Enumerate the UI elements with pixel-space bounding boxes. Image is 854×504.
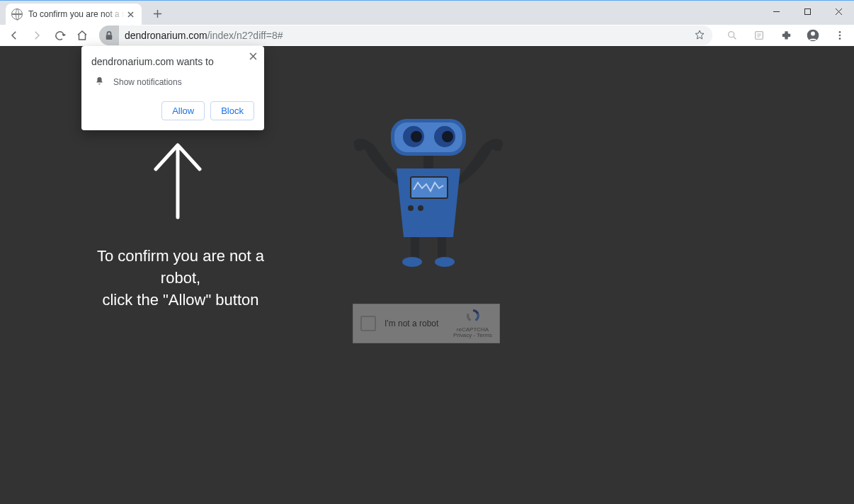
svg-point-6 [839, 31, 841, 33]
svg-point-8 [839, 38, 841, 40]
recaptcha-legal: Privacy - Terms [453, 333, 492, 339]
browser-toolbar: dendronarium.com/index/n2?diff=8# [0, 25, 854, 46]
home-button[interactable] [72, 25, 92, 45]
recaptcha-checkbox[interactable] [360, 316, 376, 331]
allow-button[interactable]: Allow [161, 101, 205, 120]
svg-rect-0 [804, 8, 810, 14]
svg-rect-20 [438, 237, 446, 258]
recaptcha-logo-icon [464, 308, 482, 323]
permission-row: Show notifications [94, 76, 254, 88]
robot-image [340, 113, 517, 275]
permission-host-line: dendronarium.com wants to [91, 56, 254, 67]
window-controls [761, 1, 854, 22]
svg-rect-19 [411, 237, 419, 258]
svg-point-7 [839, 35, 841, 37]
recaptcha-brand: reCAPTCHA Privacy - Terms [453, 308, 492, 339]
recaptcha-widget[interactable]: I'm not a robot reCAPTCHA Privacy - Term… [353, 304, 500, 343]
url-host: dendronarium.com [125, 30, 207, 41]
svg-point-21 [402, 257, 422, 267]
address-bar[interactable]: dendronarium.com/index/n2?diff=8# [99, 25, 712, 45]
site-info-button[interactable] [99, 25, 119, 45]
toolbar-right-icons [722, 25, 850, 45]
new-tab-button[interactable] [147, 4, 167, 23]
close-tab-icon[interactable] [125, 8, 136, 20]
extensions-icon[interactable] [776, 25, 796, 45]
forward-button[interactable] [27, 25, 47, 45]
svg-point-5 [811, 32, 815, 36]
close-dialog-icon[interactable] [249, 52, 257, 62]
reload-button[interactable] [50, 25, 69, 45]
close-window-button[interactable] [823, 1, 854, 22]
prompt-line2: click the "Allow" button [102, 291, 258, 309]
recaptcha-label: I'm not a robot [385, 319, 438, 328]
menu-icon[interactable] [830, 25, 850, 45]
svg-point-18 [418, 205, 423, 211]
svg-point-13 [411, 131, 422, 142]
svg-rect-1 [106, 35, 113, 40]
svg-point-17 [408, 205, 414, 211]
prompt-line1: To confirm you are not a robot, [97, 247, 264, 287]
browser-tab-active[interactable]: To confirm you are not a robot, click th… [6, 4, 142, 25]
profile-icon[interactable] [803, 25, 823, 45]
svg-point-2 [729, 32, 734, 38]
browser-tab-strip: To confirm you are not a robot, click th… [0, 0, 854, 25]
url-path: /index/n2?diff=8# [207, 30, 283, 41]
arrow-up-icon [152, 141, 204, 223]
bookmark-star-icon[interactable] [694, 29, 705, 42]
tab-title: To confirm you are not a robot, click th… [28, 9, 125, 19]
permission-request-text: Show notifications [113, 77, 182, 87]
globe-icon [11, 8, 23, 20]
zoom-icon[interactable] [722, 25, 742, 45]
block-button[interactable]: Block [210, 101, 254, 120]
page-prompt: To confirm you are not a robot, click th… [85, 246, 276, 311]
minimize-button[interactable] [761, 1, 792, 22]
maximize-button[interactable] [792, 1, 823, 22]
notification-permission-dialog: dendronarium.com wants to Show notificat… [81, 46, 264, 130]
svg-point-15 [442, 131, 453, 142]
bell-icon [94, 76, 105, 88]
reader-icon[interactable] [749, 25, 769, 45]
svg-point-22 [435, 257, 455, 267]
back-button[interactable] [4, 25, 24, 45]
